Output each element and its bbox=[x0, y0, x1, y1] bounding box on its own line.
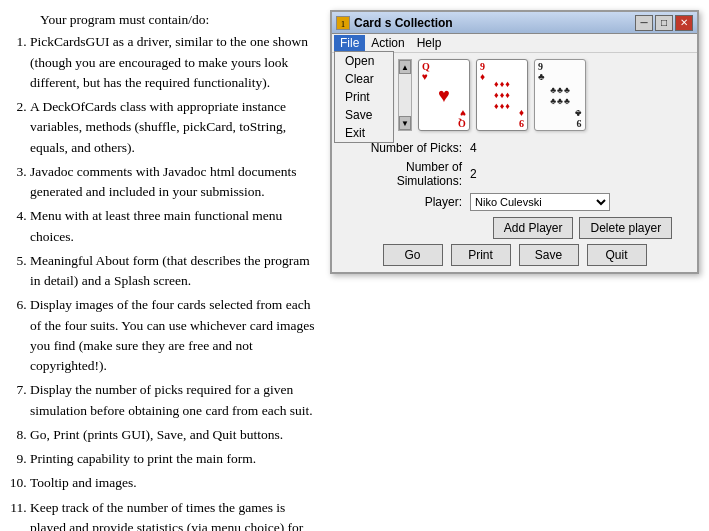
window-controls: ─ □ ✕ bbox=[635, 15, 693, 31]
list-item: Menu with at least three main functional… bbox=[30, 206, 320, 247]
card-rank-br: 9♣ bbox=[575, 108, 582, 128]
scrollbar[interactable]: ▲ ▼ bbox=[398, 59, 412, 131]
list-item: Keep track of the number of times the ga… bbox=[30, 498, 320, 532]
bottom-btn-row: Go Print Save Quit bbox=[340, 244, 689, 266]
menu-open[interactable]: Open bbox=[335, 52, 393, 70]
scroll-down-arrow[interactable]: ▼ bbox=[399, 116, 411, 130]
sims-label: Number of Simulations: bbox=[340, 160, 470, 188]
player-btn-row: Add Player Delete player bbox=[340, 217, 689, 239]
maximize-button[interactable]: □ bbox=[655, 15, 673, 31]
picks-row: Number of Picks: 4 bbox=[340, 141, 689, 155]
close-button[interactable]: ✕ bbox=[675, 15, 693, 31]
file-menu-label[interactable]: File bbox=[334, 35, 365, 51]
list-item: Meaningful About form (that describes th… bbox=[30, 251, 320, 292]
delete-player-button[interactable]: Delete player bbox=[579, 217, 672, 239]
scroll-up-arrow[interactable]: ▲ bbox=[399, 60, 411, 74]
add-player-button[interactable]: Add Player bbox=[493, 217, 574, 239]
file-menu[interactable]: File Open Clear Print Save Exit bbox=[334, 35, 365, 51]
card-clubs: 9♣ ♣ ♣ ♣ ♣ ♣ ♣ 9♣ bbox=[534, 59, 586, 131]
sims-row: Number of Simulations: 2 bbox=[340, 160, 689, 188]
window-app-icon: 1 bbox=[336, 16, 350, 30]
list-item: Go, Print (prints GUI), Save, and Quit b… bbox=[30, 425, 320, 445]
minimize-button[interactable]: ─ bbox=[635, 15, 653, 31]
player-row: Player: Niko Culevski bbox=[340, 193, 689, 211]
list-item: Display the number of picks required for… bbox=[30, 380, 320, 421]
menu-exit[interactable]: Exit bbox=[335, 124, 393, 142]
card-rank-tl: 9♣ bbox=[538, 62, 545, 82]
card-rank-tl: Q♥ bbox=[422, 62, 430, 82]
picks-value: 4 bbox=[470, 141, 500, 155]
titlebar: 1 Card s Collection ─ □ ✕ bbox=[332, 12, 697, 34]
picks-label: Number of Picks: bbox=[340, 141, 470, 155]
intro-text: Your program must contain/do: bbox=[10, 10, 320, 30]
list-item: PickCardsGUI as a driver, similar to the… bbox=[30, 32, 320, 93]
list-item: Javadoc comments with Javadoc html docum… bbox=[30, 162, 320, 203]
quit-button[interactable]: Quit bbox=[587, 244, 647, 266]
list-item: A DeckOfCards class with appropriate ins… bbox=[30, 97, 320, 158]
card-hearts: Q♥ ♥ Q♥ bbox=[418, 59, 470, 131]
sims-value: 2 bbox=[470, 167, 500, 181]
print-button[interactable]: Print bbox=[451, 244, 511, 266]
menu-print[interactable]: Print bbox=[335, 88, 393, 106]
list-item: Printing capability to print the main fo… bbox=[30, 449, 320, 469]
requirements-list: PickCardsGUI as a driver, similar to the… bbox=[10, 32, 320, 531]
list-item: Display images of the four cards selecte… bbox=[30, 295, 320, 376]
list-item: Tooltip and images. bbox=[30, 473, 320, 493]
title-left: 1 Card s Collection bbox=[336, 16, 453, 30]
right-panel: 1 Card s Collection ─ □ ✕ File Open Clea… bbox=[330, 10, 699, 531]
card-pips: ♦ ♦ ♦ ♦ ♦ ♦ ♦ ♦ ♦ bbox=[492, 77, 512, 113]
menubar: File Open Clear Print Save Exit Action H… bbox=[332, 34, 697, 53]
instructions-panel: Your program must contain/do: PickCardsG… bbox=[10, 10, 320, 531]
application-window: 1 Card s Collection ─ □ ✕ File Open Clea… bbox=[330, 10, 699, 274]
scroll-track bbox=[399, 74, 411, 116]
action-menu[interactable]: Action bbox=[365, 35, 410, 51]
card-center-symbol: ♥ bbox=[438, 85, 450, 105]
card-rank-tl: 9♦ bbox=[480, 62, 485, 82]
menu-save[interactable]: Save bbox=[335, 106, 393, 124]
card-diamonds: 9♦ ♦ ♦ ♦ ♦ ♦ ♦ ♦ ♦ ♦ 9♦ bbox=[476, 59, 528, 131]
go-button[interactable]: Go bbox=[383, 244, 443, 266]
card-rank-br: Q♥ bbox=[458, 108, 466, 128]
save-button[interactable]: Save bbox=[519, 244, 579, 266]
player-label: Player: bbox=[340, 195, 470, 209]
file-dropdown: Open Clear Print Save Exit bbox=[334, 51, 394, 143]
help-menu[interactable]: Help bbox=[411, 35, 448, 51]
card-rank-br: 9♦ bbox=[519, 108, 524, 128]
window-title: Card s Collection bbox=[354, 16, 453, 30]
card-pips: ♣ ♣ ♣ ♣ ♣ ♣ bbox=[548, 83, 572, 108]
player-select[interactable]: Niko Culevski bbox=[470, 193, 610, 211]
menu-clear[interactable]: Clear bbox=[335, 70, 393, 88]
